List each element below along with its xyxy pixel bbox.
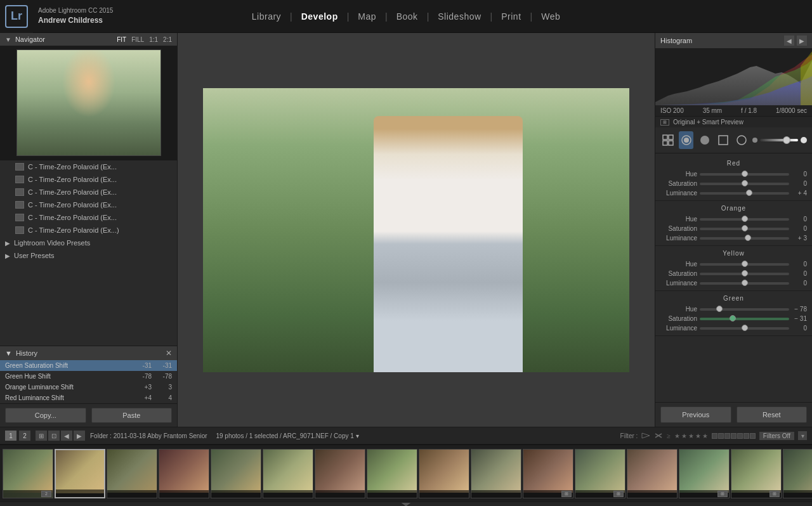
navigator-header[interactable]: ▼ Navigator FIT FILL 1:1 2:1	[0, 33, 177, 46]
histogram-arrow-left[interactable]: ◀	[784, 36, 794, 46]
preset-icon	[15, 214, 24, 221]
red-hue-slider[interactable]	[700, 173, 789, 176]
film-thumb-14[interactable]: ⊞	[679, 449, 730, 498]
filters-off-button[interactable]: Filters Off	[759, 432, 794, 440]
nav-library[interactable]: Library	[244, 9, 289, 24]
history-item[interactable]: Orange Luminance Shift +3 3	[0, 382, 177, 392]
brightness-slider[interactable]	[760, 139, 798, 141]
film-thumb-13[interactable]	[627, 449, 678, 498]
film-thumb-3[interactable]	[107, 449, 157, 498]
grid-view-1[interactable]: ⊞	[36, 431, 47, 441]
preset-item[interactable]: C - Time-Zero Polaroid (Ex...)	[0, 224, 177, 237]
preset-item[interactable]: C - Time-Zero Polaroid (Ex...	[0, 186, 177, 198]
prev-arrow[interactable]: ◀	[61, 431, 72, 441]
yellow-hue-slider[interactable]	[700, 263, 789, 266]
film-thumb-16[interactable]	[783, 449, 812, 498]
star-2[interactable]: ★	[681, 432, 687, 439]
main-nav: Library | Develop | Map | Book | Slidesh…	[244, 9, 568, 24]
film-thumb-6[interactable]	[263, 449, 313, 498]
star-4[interactable]: ★	[695, 432, 701, 439]
yellow-lum-slider[interactable]	[700, 282, 789, 285]
star-1[interactable]: ★	[674, 432, 680, 439]
film-thumb-1[interactable]: 2	[3, 449, 53, 498]
tool-heal[interactable]	[697, 131, 712, 149]
filters-dropdown[interactable]: ▾	[798, 431, 807, 440]
film-thumb-8[interactable]	[367, 449, 417, 498]
page-1-btn[interactable]: 1	[5, 431, 16, 441]
history-title: History	[16, 349, 37, 357]
orange-lum-slider[interactable]	[700, 237, 789, 240]
tool-crop[interactable]	[679, 131, 693, 149]
green-sat-slider[interactable]	[700, 318, 789, 320]
color-filter-5[interactable]	[737, 433, 743, 439]
copy-button[interactable]: Copy...	[5, 408, 86, 423]
paste-button[interactable]: Paste	[91, 408, 173, 423]
zoom-1to1[interactable]: 1:1	[149, 36, 158, 43]
orange-hue-slider[interactable]	[700, 218, 789, 221]
zoom-2to1[interactable]: 2:1	[163, 36, 172, 43]
brightness-thumb	[783, 136, 790, 144]
color-filter-3[interactable]	[724, 433, 730, 439]
film-thumb-2[interactable]	[55, 449, 105, 498]
film-thumb-4[interactable]	[159, 449, 209, 498]
color-filter-7[interactable]	[750, 433, 756, 439]
nav-book[interactable]: Book	[389, 9, 426, 24]
preset-icon	[15, 163, 24, 171]
nav-slideshow[interactable]: Slideshow	[430, 9, 488, 24]
green-hue-slider[interactable]	[700, 308, 789, 311]
nav-develop[interactable]: Develop	[294, 9, 346, 24]
app-name: Adobe Lightroom CC 2015	[38, 6, 113, 15]
preset-item[interactable]: C - Time-Zero Polaroid (Ex...	[0, 211, 177, 224]
film-thumb-5[interactable]	[211, 449, 261, 498]
user-presets-folder[interactable]: ▶ User Presets	[0, 249, 177, 262]
navigator-section: ▼ Navigator FIT FILL 1:1 2:1	[0, 33, 177, 160]
red-lum-slider[interactable]	[700, 192, 789, 195]
smart-preview-bar[interactable]: ⊞ Original + Smart Preview	[655, 116, 812, 127]
red-sat-slider[interactable]	[700, 183, 789, 185]
nav-print[interactable]: Print	[494, 9, 528, 24]
previous-button[interactable]: Previous	[660, 406, 731, 423]
green-lum-slider[interactable]	[700, 327, 789, 330]
film-badge: ⊞	[613, 491, 624, 497]
history-item[interactable]: Green Hue Shift -78 -78	[0, 371, 177, 382]
history-item[interactable]: Green Saturation Shift -31 -31	[0, 360, 177, 371]
film-thumb-15[interactable]: ⊞	[731, 449, 782, 498]
history-close-button[interactable]: ✕	[166, 349, 172, 358]
star-5[interactable]: ★	[702, 432, 708, 439]
reset-button[interactable]: Reset	[737, 406, 808, 423]
green-hue-thumb	[716, 306, 723, 312]
lightroom-video-folder[interactable]: ▶ Lightroom Video Presets	[0, 237, 177, 249]
preset-item[interactable]: C - Time-Zero Polaroid (Ex...	[0, 173, 177, 186]
grid-view-2[interactable]: ⊡	[48, 431, 60, 441]
next-arrow[interactable]: ▶	[74, 431, 85, 441]
tool-brush[interactable]	[734, 131, 749, 149]
zoom-fill[interactable]: FILL	[131, 36, 144, 43]
film-thumb-11[interactable]: ⊞	[523, 449, 573, 498]
nav-map[interactable]: Map	[350, 9, 384, 24]
film-thumb-10[interactable]	[471, 449, 521, 498]
histogram-arrow-right[interactable]: ▶	[797, 36, 807, 46]
yellow-sat-label: Saturation	[660, 270, 697, 277]
tool-radial[interactable]	[716, 131, 730, 149]
film-thumb-9[interactable]	[419, 449, 469, 498]
film-thumb-12[interactable]: ⊞	[575, 449, 625, 498]
color-filter-4[interactable]	[731, 433, 737, 439]
preset-item[interactable]: C - Time-Zero Polaroid (Ex...	[0, 198, 177, 211]
history-section: ▼ History ✕ Green Saturation Shift -31 -…	[0, 346, 177, 403]
history-item[interactable]: Red Luminance Shift +4 4	[0, 392, 177, 403]
preset-item[interactable]: C - Time-Zero Polaroid (Ex...	[0, 160, 177, 173]
film-thumb-7[interactable]	[315, 449, 365, 498]
color-filter-1[interactable]	[712, 433, 717, 439]
yellow-sat-slider[interactable]	[700, 273, 789, 275]
nav-web[interactable]: Web	[534, 9, 568, 24]
page-2-btn[interactable]: 2	[19, 431, 30, 441]
color-filter-2[interactable]	[718, 433, 724, 439]
arrow-down-icon	[401, 503, 411, 507]
history-header[interactable]: ▼ History ✕	[0, 346, 177, 360]
orange-sat-slider[interactable]	[700, 228, 789, 230]
bottom-toggle-arrow[interactable]	[0, 502, 812, 506]
zoom-fit[interactable]: FIT	[117, 36, 126, 43]
tool-grid[interactable]	[660, 131, 675, 149]
color-filter-6[interactable]	[743, 433, 749, 439]
star-3[interactable]: ★	[688, 432, 694, 439]
